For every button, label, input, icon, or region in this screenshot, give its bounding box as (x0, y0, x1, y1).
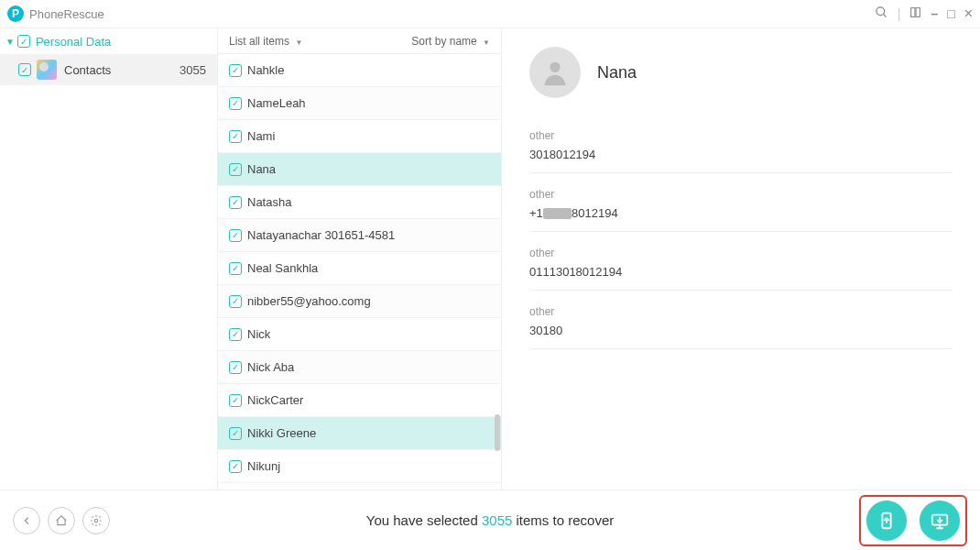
titlebar: P PhoneRescue | – □ × (0, 0, 980, 28)
list-item[interactable]: ✓Nick (218, 318, 501, 351)
home-button[interactable] (48, 507, 75, 534)
contacts-icon (37, 60, 57, 80)
recover-to-device-button[interactable] (866, 500, 907, 541)
summary-count: 3055 (482, 512, 512, 528)
list-item[interactable]: ✓Nami (218, 120, 501, 153)
checkbox-icon[interactable]: ✓ (229, 427, 242, 440)
checkbox-icon[interactable]: ✓ (229, 97, 242, 110)
list-item[interactable]: ✓Nikki Greene (218, 417, 501, 450)
checkbox-icon[interactable]: ✓ (229, 295, 242, 308)
chevron-down-icon: ▼ (295, 38, 302, 47)
svg-rect-2 (911, 8, 915, 17)
checkbox-icon[interactable]: ✓ (229, 229, 242, 242)
contact-name: Nahkle (247, 63, 284, 77)
list-item[interactable]: ✓NickCarter (218, 384, 501, 417)
field-label: other (529, 305, 953, 318)
svg-point-0 (877, 7, 885, 16)
detail-field: other30180 (529, 298, 953, 349)
field-value: 30180 (529, 324, 953, 337)
svg-rect-3 (916, 8, 920, 17)
detail-header: Nana (529, 47, 953, 98)
contact-name: nibber55@yahoo.comg (247, 294, 371, 308)
checkbox-icon[interactable]: ✓ (229, 328, 242, 341)
checkbox-icon[interactable]: ✓ (229, 64, 242, 77)
list-header: List all items ▼ Sort by name ▼ (218, 28, 501, 54)
contact-name: NameLeah (247, 96, 306, 110)
checkbox-icon[interactable]: ✓ (18, 63, 31, 76)
field-label: other (529, 247, 953, 259)
field-value: 3018012194 (529, 148, 953, 161)
contact-name: NickCarter (247, 393, 303, 407)
contact-detail-panel: Nana other3018012194other+1···8012194oth… (502, 28, 980, 490)
contacts-list-column: List all items ▼ Sort by name ▼ ✓Nahkle✓… (218, 28, 502, 490)
recover-to-computer-button[interactable] (920, 500, 960, 541)
search-icon[interactable] (875, 6, 888, 22)
divider: | (898, 6, 901, 21)
footer: You have selected 3055 items to recover (0, 490, 980, 550)
checkbox-icon[interactable]: ✓ (229, 262, 242, 275)
checkbox-icon[interactable]: ✓ (229, 130, 242, 143)
minimize-button[interactable]: – (931, 6, 938, 21)
field-label: other (529, 129, 953, 142)
tree-root-personal-data[interactable]: ▼ ✓ Personal Data (0, 28, 217, 54)
svg-point-5 (94, 519, 98, 522)
sort-label: Sort by name (411, 35, 476, 48)
contact-name: Nick Aba (247, 360, 294, 374)
settings-button[interactable] (82, 507, 110, 534)
contact-name: Nikki Greene (247, 426, 316, 440)
sidebar-item-contacts[interactable]: ✓ Contacts 3055 (0, 54, 217, 85)
contact-name: Nick (247, 327, 270, 341)
list-item[interactable]: ✓Nahkle (218, 54, 501, 87)
checkbox-icon[interactable]: ✓ (229, 163, 242, 176)
contact-name: Natayanachar 301651-4581 (247, 228, 395, 242)
list-item[interactable]: ✓Natayanachar 301651-4581 (218, 219, 501, 252)
avatar (529, 47, 581, 98)
chevron-down-icon: ▼ (483, 38, 490, 47)
contact-name: Nana (247, 162, 276, 176)
checkbox-icon[interactable]: ✓ (17, 35, 30, 48)
svg-point-4 (550, 62, 560, 72)
main-content: ▼ ✓ Personal Data ✓ Contacts 3055 List a… (0, 28, 980, 490)
close-button[interactable]: × (964, 6, 973, 22)
list-item[interactable]: ✓Nikunj (218, 450, 501, 483)
sort-dropdown[interactable]: Sort by name ▼ (411, 35, 490, 48)
list-item[interactable]: ✓Natasha (218, 186, 501, 219)
app-title: PhoneRescue (29, 7, 104, 21)
scrollbar-thumb[interactable] (495, 414, 500, 451)
checkbox-icon[interactable]: ✓ (229, 196, 242, 209)
sidebar-item-label: Contacts (64, 63, 111, 77)
checkbox-icon[interactable]: ✓ (229, 361, 242, 374)
contact-name: Nana (597, 63, 637, 82)
summary-prefix: You have selected (366, 512, 482, 528)
svg-line-1 (883, 14, 886, 16)
field-value: +1···8012194 (529, 206, 953, 220)
app-logo-icon: P (7, 6, 24, 22)
list-item[interactable]: ✓Nick Aba (218, 351, 501, 384)
detail-field: other01113018012194 (529, 239, 953, 291)
tabs-icon[interactable] (909, 6, 921, 21)
checkbox-icon[interactable]: ✓ (229, 394, 242, 407)
contact-name: Nami (247, 129, 275, 143)
summary-suffix: items to recover (512, 512, 614, 528)
list-item[interactable]: ✓Nana (218, 153, 501, 186)
contact-name: Nikunj (247, 459, 280, 473)
list-item[interactable]: ✓NameLeah (218, 87, 501, 120)
contacts-list[interactable]: ✓Nahkle✓NameLeah✓Nami✓Nana✓Natasha✓Natay… (218, 54, 501, 490)
detail-field: other+1···8012194 (529, 181, 953, 232)
filter-dropdown[interactable]: List all items ▼ (229, 35, 302, 48)
list-item[interactable]: ✓Neal Sankhla (218, 252, 501, 285)
field-label: other (529, 188, 953, 201)
checkbox-icon[interactable]: ✓ (229, 460, 242, 473)
list-item[interactable]: ✓nibber55@yahoo.comg (218, 285, 501, 318)
back-button[interactable] (13, 507, 40, 534)
selection-summary: You have selected 3055 items to recover (366, 512, 614, 528)
detail-field: other3018012194 (529, 122, 953, 173)
sidebar: ▼ ✓ Personal Data ✓ Contacts 3055 (0, 28, 218, 490)
maximize-button[interactable]: □ (947, 6, 954, 21)
tree-root-label: Personal Data (36, 35, 111, 49)
filter-label: List all items (229, 35, 289, 48)
field-value: 01113018012194 (529, 265, 953, 279)
sidebar-item-count: 3055 (180, 63, 206, 77)
contact-name: Natasha (247, 195, 291, 209)
contact-name: Neal Sankhla (247, 261, 318, 275)
